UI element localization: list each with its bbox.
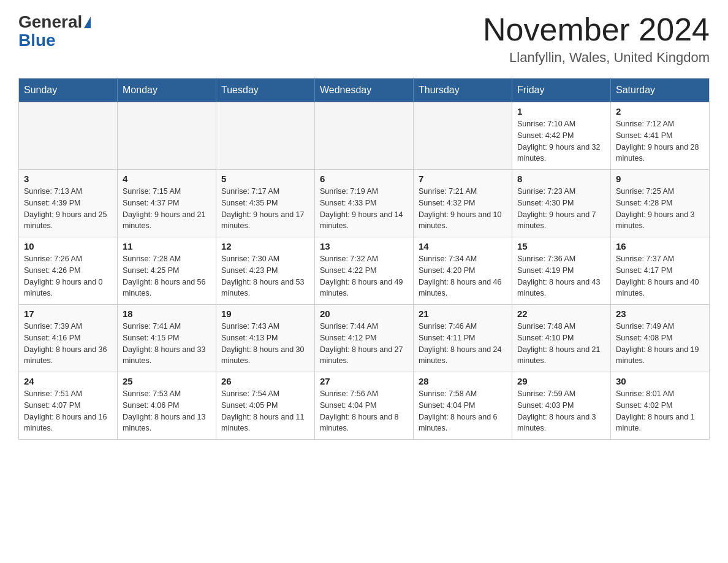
calendar-cell: 20Sunrise: 7:44 AMSunset: 4:12 PMDayligh… — [315, 305, 414, 372]
calendar-cell: 10Sunrise: 7:26 AMSunset: 4:26 PMDayligh… — [19, 237, 118, 305]
calendar-header-row: SundayMondayTuesdayWednesdayThursdayFrid… — [19, 79, 710, 102]
day-number: 27 — [320, 376, 408, 386]
day-info: Sunrise: 7:39 AMSunset: 4:16 PMDaylight:… — [24, 321, 112, 367]
calendar-cell: 14Sunrise: 7:34 AMSunset: 4:20 PMDayligh… — [414, 237, 512, 305]
calendar-week-row: 24Sunrise: 7:51 AMSunset: 4:07 PMDayligh… — [19, 372, 710, 440]
day-number: 26 — [221, 376, 309, 386]
calendar-cell — [19, 102, 118, 170]
day-number: 6 — [320, 174, 408, 184]
logo-triangle-icon — [84, 17, 91, 28]
day-info: Sunrise: 7:25 AMSunset: 4:28 PMDaylight:… — [616, 186, 704, 232]
calendar-cell: 15Sunrise: 7:36 AMSunset: 4:19 PMDayligh… — [512, 237, 611, 305]
day-info: Sunrise: 7:32 AMSunset: 4:22 PMDaylight:… — [320, 253, 408, 299]
calendar-cell: 24Sunrise: 7:51 AMSunset: 4:07 PMDayligh… — [19, 372, 118, 440]
calendar-cell: 5Sunrise: 7:17 AMSunset: 4:35 PMDaylight… — [216, 170, 315, 237]
day-number: 5 — [221, 174, 309, 184]
day-number: 17 — [24, 308, 112, 319]
calendar-week-row: 10Sunrise: 7:26 AMSunset: 4:26 PMDayligh… — [19, 237, 710, 305]
day-number: 2 — [616, 106, 704, 117]
day-number: 12 — [221, 241, 309, 251]
calendar-cell: 2Sunrise: 7:12 AMSunset: 4:41 PMDaylight… — [611, 102, 710, 170]
calendar-cell: 30Sunrise: 8:01 AMSunset: 4:02 PMDayligh… — [611, 372, 710, 440]
day-info: Sunrise: 7:15 AMSunset: 4:37 PMDaylight:… — [123, 186, 211, 232]
day-info: Sunrise: 7:10 AMSunset: 4:42 PMDaylight:… — [517, 118, 605, 164]
calendar-cell: 6Sunrise: 7:19 AMSunset: 4:33 PMDaylight… — [315, 170, 414, 237]
day-info: Sunrise: 7:59 AMSunset: 4:03 PMDaylight:… — [517, 388, 605, 434]
calendar-cell: 27Sunrise: 7:56 AMSunset: 4:04 PMDayligh… — [315, 372, 414, 440]
calendar-cell: 18Sunrise: 7:41 AMSunset: 4:15 PMDayligh… — [118, 305, 216, 372]
calendar-cell: 19Sunrise: 7:43 AMSunset: 4:13 PMDayligh… — [216, 305, 315, 372]
day-info: Sunrise: 7:53 AMSunset: 4:06 PMDaylight:… — [123, 388, 211, 434]
day-info: Sunrise: 7:51 AMSunset: 4:07 PMDaylight:… — [24, 388, 112, 434]
day-info: Sunrise: 7:17 AMSunset: 4:35 PMDaylight:… — [221, 186, 309, 232]
calendar-cell: 22Sunrise: 7:48 AMSunset: 4:10 PMDayligh… — [512, 305, 611, 372]
day-info: Sunrise: 7:49 AMSunset: 4:08 PMDaylight:… — [616, 321, 704, 367]
calendar-cell — [118, 102, 216, 170]
day-info: Sunrise: 7:30 AMSunset: 4:23 PMDaylight:… — [221, 253, 309, 299]
calendar-title: November 2024 — [483, 12, 710, 47]
calendar-cell: 4Sunrise: 7:15 AMSunset: 4:37 PMDaylight… — [118, 170, 216, 237]
weekday-header-wednesday: Wednesday — [315, 79, 414, 102]
day-number: 29 — [517, 376, 605, 386]
day-number: 15 — [517, 241, 605, 251]
day-number: 9 — [616, 174, 704, 184]
day-number: 11 — [123, 241, 211, 251]
day-number: 3 — [24, 174, 112, 184]
calendar-week-row: 17Sunrise: 7:39 AMSunset: 4:16 PMDayligh… — [19, 305, 710, 372]
day-number: 22 — [517, 308, 605, 319]
day-number: 18 — [123, 308, 211, 319]
calendar-cell: 26Sunrise: 7:54 AMSunset: 4:05 PMDayligh… — [216, 372, 315, 440]
calendar-cell — [216, 102, 315, 170]
calendar-cell: 28Sunrise: 7:58 AMSunset: 4:04 PMDayligh… — [414, 372, 512, 440]
day-number: 28 — [419, 376, 507, 386]
calendar-subtitle: Llanfyllin, Wales, United Kingdom — [483, 50, 710, 66]
day-info: Sunrise: 7:46 AMSunset: 4:11 PMDaylight:… — [419, 321, 507, 367]
calendar-cell: 16Sunrise: 7:37 AMSunset: 4:17 PMDayligh… — [611, 237, 710, 305]
logo-row1: General — [18, 12, 91, 32]
calendar-cell — [315, 102, 414, 170]
day-info: Sunrise: 7:44 AMSunset: 4:12 PMDaylight:… — [320, 321, 408, 367]
calendar-cell: 7Sunrise: 7:21 AMSunset: 4:32 PMDaylight… — [414, 170, 512, 237]
day-number: 1 — [517, 106, 605, 117]
calendar-cell: 23Sunrise: 7:49 AMSunset: 4:08 PMDayligh… — [611, 305, 710, 372]
weekday-header-monday: Monday — [118, 79, 216, 102]
day-info: Sunrise: 7:43 AMSunset: 4:13 PMDaylight:… — [221, 321, 309, 367]
day-number: 7 — [419, 174, 507, 184]
day-info: Sunrise: 7:12 AMSunset: 4:41 PMDaylight:… — [616, 118, 704, 164]
weekday-header-tuesday: Tuesday — [216, 79, 315, 102]
calendar-cell: 21Sunrise: 7:46 AMSunset: 4:11 PMDayligh… — [414, 305, 512, 372]
day-number: 23 — [616, 308, 704, 319]
day-number: 14 — [419, 241, 507, 251]
day-number: 21 — [419, 308, 507, 319]
day-number: 13 — [320, 241, 408, 251]
day-number: 25 — [123, 376, 211, 386]
day-info: Sunrise: 7:21 AMSunset: 4:32 PMDaylight:… — [419, 186, 507, 232]
calendar-cell: 29Sunrise: 7:59 AMSunset: 4:03 PMDayligh… — [512, 372, 611, 440]
calendar-cell: 17Sunrise: 7:39 AMSunset: 4:16 PMDayligh… — [19, 305, 118, 372]
day-number: 24 — [24, 376, 112, 386]
day-info: Sunrise: 7:54 AMSunset: 4:05 PMDaylight:… — [221, 388, 309, 434]
calendar-week-row: 3Sunrise: 7:13 AMSunset: 4:39 PMDaylight… — [19, 170, 710, 237]
calendar-cell: 12Sunrise: 7:30 AMSunset: 4:23 PMDayligh… — [216, 237, 315, 305]
day-number: 20 — [320, 308, 408, 319]
calendar-cell: 3Sunrise: 7:13 AMSunset: 4:39 PMDaylight… — [19, 170, 118, 237]
weekday-header-thursday: Thursday — [414, 79, 512, 102]
day-number: 10 — [24, 241, 112, 251]
day-info: Sunrise: 7:13 AMSunset: 4:39 PMDaylight:… — [24, 186, 112, 232]
day-info: Sunrise: 7:41 AMSunset: 4:15 PMDaylight:… — [123, 321, 211, 367]
calendar-cell: 13Sunrise: 7:32 AMSunset: 4:22 PMDayligh… — [315, 237, 414, 305]
day-info: Sunrise: 7:23 AMSunset: 4:30 PMDaylight:… — [517, 186, 605, 232]
day-info: Sunrise: 7:19 AMSunset: 4:33 PMDaylight:… — [320, 186, 408, 232]
day-info: Sunrise: 7:34 AMSunset: 4:20 PMDaylight:… — [419, 253, 507, 299]
day-info: Sunrise: 7:48 AMSunset: 4:10 PMDaylight:… — [517, 321, 605, 367]
day-info: Sunrise: 8:01 AMSunset: 4:02 PMDaylight:… — [616, 388, 704, 434]
calendar-cell: 1Sunrise: 7:10 AMSunset: 4:42 PMDaylight… — [512, 102, 611, 170]
day-info: Sunrise: 7:56 AMSunset: 4:04 PMDaylight:… — [320, 388, 408, 434]
logo-general-part: General — [18, 12, 82, 32]
weekday-header-saturday: Saturday — [611, 79, 710, 102]
weekday-header-sunday: Sunday — [19, 79, 118, 102]
day-number: 30 — [616, 376, 704, 386]
calendar-cell: 8Sunrise: 7:23 AMSunset: 4:30 PMDaylight… — [512, 170, 611, 237]
day-number: 16 — [616, 241, 704, 251]
day-info: Sunrise: 7:36 AMSunset: 4:19 PMDaylight:… — [517, 253, 605, 299]
